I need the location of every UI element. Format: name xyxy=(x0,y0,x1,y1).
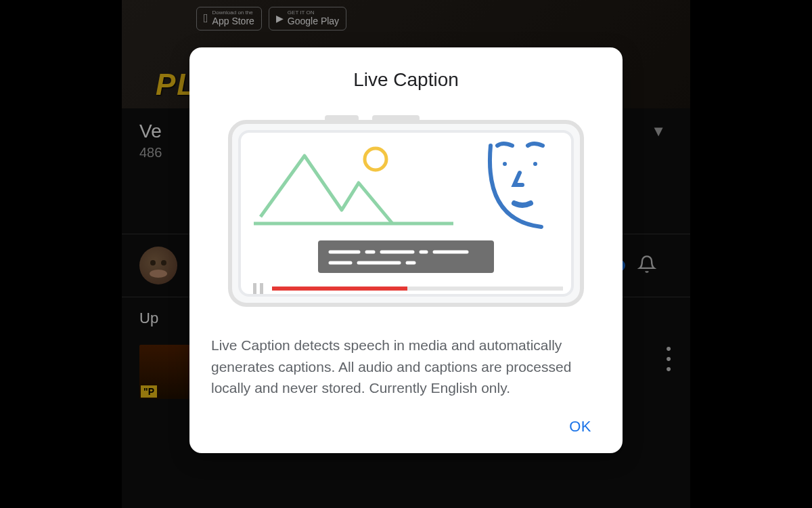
dialog-description: Live Caption detects speech in media and… xyxy=(211,335,601,399)
svg-point-6 xyxy=(503,162,507,166)
dialog-title: Live Caption xyxy=(211,69,601,91)
svg-point-7 xyxy=(533,162,537,166)
svg-rect-18 xyxy=(260,283,263,294)
svg-rect-17 xyxy=(253,283,256,294)
svg-rect-2 xyxy=(325,115,359,122)
ok-button[interactable]: OK xyxy=(560,412,601,441)
svg-rect-3 xyxy=(372,115,420,122)
svg-rect-20 xyxy=(272,287,407,291)
live-caption-illustration xyxy=(223,108,589,314)
svg-rect-8 xyxy=(318,240,494,273)
app-screen:  Download on the App Store ▶ GET IT ON … xyxy=(122,0,690,508)
live-caption-dialog: Live Caption xyxy=(189,47,623,453)
